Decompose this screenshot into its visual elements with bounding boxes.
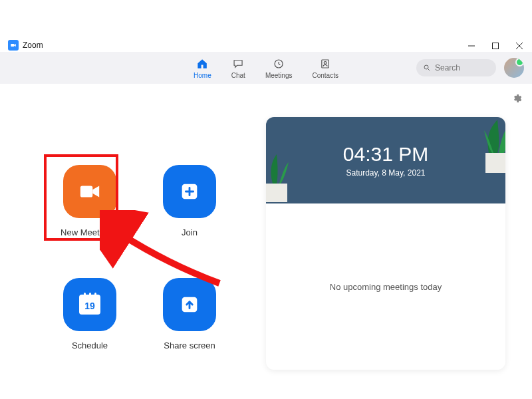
decor-plant-icon: [266, 150, 294, 203]
settings-button[interactable]: [512, 93, 523, 106]
panel-body: No upcoming meetings today: [266, 203, 505, 370]
clock-icon: [273, 57, 285, 71]
nav-right: [416, 58, 524, 78]
home-icon: [196, 57, 208, 71]
svg-rect-10: [80, 186, 92, 198]
zoom-logo-icon: [8, 40, 19, 51]
svg-rect-0: [11, 44, 14, 47]
titlebar-left: Zoom: [8, 40, 43, 51]
top-navbar: Home Chat Meetings Contacts: [0, 52, 532, 84]
window-title: Zoom: [23, 41, 43, 50]
tab-home[interactable]: Home: [194, 57, 211, 79]
svg-point-8: [424, 65, 428, 69]
tile-label: Share screen: [164, 340, 215, 350]
decor-plant-icon: [452, 117, 505, 186]
tab-label: Home: [194, 72, 211, 79]
empty-state-text: No upcoming meetings today: [330, 282, 442, 292]
window-controls: [467, 41, 524, 51]
new-meeting-button[interactable]: [63, 165, 116, 218]
svg-rect-13: [485, 153, 505, 173]
svg-line-9: [428, 69, 430, 71]
video-icon: [78, 180, 101, 203]
panel-banner: 04:31 PM Saturday, 8 May, 2021: [266, 117, 505, 203]
svg-point-7: [324, 62, 327, 65]
tab-chat[interactable]: Chat: [231, 57, 245, 79]
nav-tabs: Home Chat Meetings Contacts: [194, 57, 338, 79]
share-screen-button[interactable]: [163, 278, 216, 331]
tab-label: Chat: [231, 72, 245, 79]
search-box[interactable]: [416, 59, 496, 76]
tile-label: New Meeting: [61, 227, 111, 237]
join-tile: Join: [140, 165, 239, 278]
clock-time: 04:31 PM: [343, 143, 428, 166]
schedule-tile: 19 Schedule: [40, 278, 140, 391]
action-tiles: New Meeting Join 19 Schedule: [40, 165, 239, 391]
calendar-icon: 19: [79, 295, 100, 315]
maximize-button[interactable]: [491, 41, 500, 51]
plus-icon: [178, 180, 201, 203]
minimize-button[interactable]: [467, 41, 476, 51]
tab-label: Meetings: [265, 72, 293, 79]
svg-rect-2: [493, 43, 499, 49]
calendar-day: 19: [84, 301, 95, 311]
tile-label: Join: [182, 227, 198, 237]
svg-rect-14: [266, 184, 287, 202]
search-icon: [423, 64, 431, 72]
upcoming-panel: 04:31 PM Saturday, 8 May, 2021 No upcomi…: [266, 117, 505, 370]
tile-label: Schedule: [72, 340, 108, 350]
main-content: New Meeting Join 19 Schedule: [0, 84, 532, 399]
upload-arrow-icon: [178, 293, 201, 316]
join-button[interactable]: [163, 165, 216, 218]
close-button[interactable]: [515, 41, 524, 51]
schedule-button[interactable]: 19: [63, 278, 116, 331]
contacts-icon: [319, 57, 331, 71]
new-meeting-label-row[interactable]: New Meeting: [61, 227, 119, 237]
tab-label: Contacts: [312, 72, 338, 79]
tab-contacts[interactable]: Contacts: [312, 57, 338, 79]
clock-date: Saturday, 8 May, 2021: [346, 168, 426, 178]
tab-meetings[interactable]: Meetings: [265, 57, 293, 79]
new-meeting-tile: New Meeting: [40, 165, 140, 278]
chevron-down-icon: [114, 227, 119, 237]
window-titlebar: Zoom: [0, 0, 532, 52]
user-avatar[interactable]: [504, 58, 524, 78]
search-input[interactable]: [435, 63, 481, 72]
chat-icon: [232, 57, 244, 71]
share-screen-tile: Share screen: [140, 278, 239, 391]
